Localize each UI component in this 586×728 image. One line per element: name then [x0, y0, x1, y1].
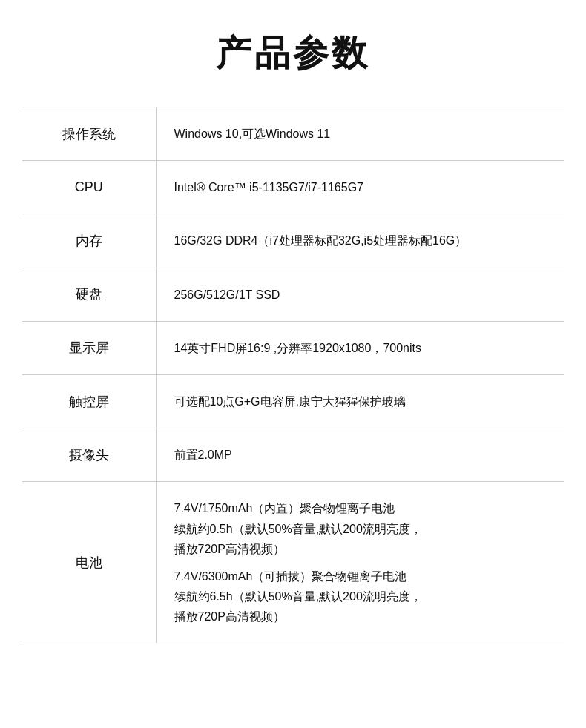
- spec-label: 摄像头: [22, 428, 156, 482]
- table-row: CPUIntel® Core™ i5-1135G7/i7-1165G7: [22, 161, 564, 214]
- spec-value: 7.4V/1750mAh（内置）聚合物锂离子电池 续航约0.5h（默认50%音量…: [156, 482, 564, 643]
- spec-label: 显示屏: [22, 321, 156, 374]
- spec-value: Windows 10,可选Windows 11: [156, 107, 564, 161]
- spec-value: Intel® Core™ i5-1135G7/i7-1165G7: [156, 161, 564, 214]
- spec-value: 前置2.0MP: [156, 428, 564, 482]
- table-row: 显示屏14英寸FHD屏16:9 ,分辨率1920x1080，700nits: [22, 321, 564, 374]
- table-row: 操作系统Windows 10,可选Windows 11: [22, 107, 564, 161]
- table-row: 内存16G/32G DDR4（i7处理器标配32G,i5处理器标配16G）: [22, 214, 564, 268]
- spec-label: CPU: [22, 161, 156, 214]
- table-row: 电池7.4V/1750mAh（内置）聚合物锂离子电池 续航约0.5h（默认50%…: [22, 482, 564, 643]
- spec-value: 14英寸FHD屏16:9 ,分辨率1920x1080，700nits: [156, 321, 564, 374]
- spec-label: 硬盘: [22, 268, 156, 321]
- specs-table: 操作系统Windows 10,可选Windows 11CPUIntel® Cor…: [22, 107, 564, 643]
- table-row: 硬盘 256G/512G/1T SSD: [22, 268, 564, 321]
- spec-label: 内存: [22, 214, 156, 268]
- table-row: 摄像头 前置2.0MP: [22, 428, 564, 482]
- spec-label: 电池: [22, 482, 156, 643]
- table-row: 触控屏可选配10点G+G电容屏,康宁大猩猩保护玻璃: [22, 374, 564, 428]
- spec-label: 触控屏: [22, 374, 156, 428]
- spec-value: 256G/512G/1T SSD: [156, 268, 564, 321]
- spec-value: 16G/32G DDR4（i7处理器标配32G,i5处理器标配16G）: [156, 214, 564, 268]
- spec-value: 可选配10点G+G电容屏,康宁大猩猩保护玻璃: [156, 374, 564, 428]
- spec-label: 操作系统: [22, 107, 156, 161]
- page-title: 产品参数: [22, 30, 564, 77]
- page-container: 产品参数 操作系统Windows 10,可选Windows 11CPUIntel…: [0, 0, 586, 728]
